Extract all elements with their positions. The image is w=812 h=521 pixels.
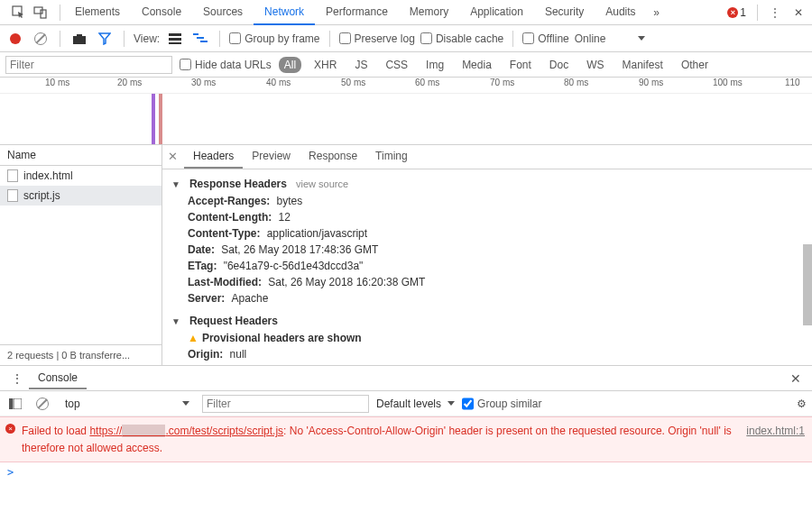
tab-sources[interactable]: Sources	[192, 0, 254, 25]
divider	[219, 31, 220, 47]
response-headers-section[interactable]: ▼ Response Headers view source	[171, 175, 803, 193]
request-row-script[interactable]: script.js	[0, 186, 161, 206]
console-error-message: × index.html:1 Failed to load https://xx…	[0, 416, 812, 462]
header-line: Server: Apache	[171, 290, 803, 306]
error-count-badge[interactable]: × 1	[724, 5, 750, 21]
filter-toggle-icon[interactable]	[95, 29, 115, 49]
console-prompt[interactable]: >	[0, 462, 812, 482]
error-count: 1	[740, 6, 746, 19]
divider	[60, 5, 60, 21]
detail-tab-timing[interactable]: Timing	[366, 145, 417, 169]
filter-js[interactable]: JS	[349, 57, 373, 73]
capture-screenshot-icon[interactable]	[69, 29, 89, 49]
timeline-overview[interactable]: 10 ms 20 ms 30 ms 40 ms 50 ms 60 ms 70 m…	[0, 78, 812, 145]
tab-audits[interactable]: Audits	[595, 0, 646, 25]
tab-memory[interactable]: Memory	[399, 0, 459, 25]
filter-other[interactable]: Other	[676, 57, 714, 73]
tick: 60 ms	[415, 78, 439, 87]
close-drawer-icon[interactable]: ✕	[785, 371, 807, 386]
filter-manifest[interactable]: Manifest	[617, 57, 669, 73]
svg-rect-12	[14, 398, 22, 409]
filter-all[interactable]: All	[279, 57, 301, 73]
filter-font[interactable]: Font	[504, 57, 537, 73]
detail-tab-response[interactable]: Response	[300, 145, 366, 169]
tick: 10 ms	[45, 78, 69, 87]
tick: 90 ms	[639, 78, 663, 87]
console-settings-icon[interactable]: ⚙	[797, 398, 807, 410]
header-line: Date: Sat, 26 May 2018 17:48:36 GMT	[171, 242, 803, 258]
tick: 50 ms	[341, 78, 365, 87]
error-icon: ×	[727, 7, 738, 18]
requests-status: 2 requests | 0 B transferre...	[0, 344, 161, 365]
record-button[interactable]	[5, 29, 25, 49]
divider	[757, 5, 758, 21]
close-detail-icon[interactable]: ✕	[168, 150, 178, 163]
request-row-index[interactable]: index.html	[0, 166, 161, 186]
levels-select[interactable]: Default levels	[376, 398, 455, 410]
tab-console[interactable]: Console	[131, 0, 192, 25]
device-toggle-icon[interactable]	[31, 3, 51, 23]
error-icon: ×	[5, 424, 15, 434]
tick: 20 ms	[117, 78, 142, 87]
tab-network[interactable]: Network	[254, 0, 315, 25]
large-rows-icon[interactable]	[165, 29, 185, 49]
svg-rect-7	[169, 42, 181, 44]
divider	[329, 31, 330, 47]
tick: 80 ms	[564, 78, 588, 87]
inspect-element-icon[interactable]	[9, 3, 29, 23]
offline-checkbox[interactable]: Offline	[522, 32, 568, 45]
request-name: script.js	[23, 189, 60, 202]
waterfall-icon[interactable]	[190, 29, 210, 49]
file-icon	[7, 169, 18, 182]
request-headers-section[interactable]: ▼ Request Headers	[171, 312, 803, 330]
group-similar-checkbox[interactable]: Group similar	[462, 395, 541, 413]
filter-input[interactable]	[5, 56, 172, 74]
svg-rect-4	[77, 34, 82, 37]
preserve-log-checkbox[interactable]: Preserve log	[339, 32, 415, 45]
console-drawer-tab[interactable]: Console	[29, 368, 87, 389]
hide-data-urls-checkbox[interactable]: Hide data URLs	[180, 59, 272, 71]
tab-application[interactable]: Application	[459, 0, 534, 25]
name-column-header[interactable]: Name	[0, 145, 161, 166]
filter-xhr[interactable]: XHR	[309, 57, 342, 73]
drawer-menu-icon[interactable]: ⋮	[5, 371, 29, 386]
header-line: Origin: null	[171, 346, 803, 362]
more-tabs-icon[interactable]: »	[647, 3, 667, 23]
console-sidebar-icon[interactable]	[5, 394, 25, 414]
detail-tab-preview[interactable]: Preview	[243, 145, 300, 169]
group-by-frame-checkbox[interactable]: Group by frame	[229, 32, 319, 45]
console-clear-icon[interactable]	[32, 394, 52, 414]
filter-media[interactable]: Media	[457, 57, 497, 73]
collapse-icon: ▼	[171, 179, 180, 189]
scrollbar-thumb[interactable]	[803, 244, 812, 325]
error-source-link[interactable]: index.html:1	[746, 423, 805, 439]
header-line: Content-Length: 12	[171, 209, 803, 225]
tab-performance[interactable]: Performance	[315, 0, 399, 25]
throttle-caret-icon[interactable]	[638, 36, 645, 41]
filter-img[interactable]: Img	[420, 57, 449, 73]
provisional-warning: ▲Provisional headers are shown	[171, 330, 803, 346]
tab-elements[interactable]: Elements	[64, 0, 131, 25]
context-select[interactable]: top	[60, 396, 195, 412]
close-devtools-icon[interactable]: ✕	[789, 3, 808, 23]
filter-doc[interactable]: Doc	[544, 57, 574, 73]
timeline-marker	[152, 94, 155, 144]
warning-icon: ▲	[188, 332, 198, 344]
filter-css[interactable]: CSS	[380, 57, 413, 73]
devtools-tabs: Elements Console Sources Network Perform…	[64, 0, 647, 25]
view-source-link[interactable]: view source	[296, 178, 348, 189]
disable-cache-checkbox[interactable]: Disable cache	[420, 32, 503, 45]
filter-ws[interactable]: WS	[581, 57, 609, 73]
clear-button[interactable]	[31, 29, 51, 49]
header-line: Content-Type: application/javascript	[171, 225, 803, 242]
svg-rect-5	[169, 33, 181, 36]
file-icon	[7, 189, 18, 202]
throttle-select[interactable]: Online	[575, 32, 606, 45]
tick: 110	[785, 78, 800, 87]
tab-security[interactable]: Security	[534, 0, 595, 25]
detail-tab-headers[interactable]: Headers	[184, 145, 243, 169]
error-url-link[interactable]: https://xxxxxxxx.com/test/scripts/script…	[89, 425, 283, 437]
kebab-menu-icon[interactable]: ⋮	[765, 3, 785, 23]
svg-rect-9	[197, 37, 204, 39]
console-filter-input[interactable]	[202, 395, 369, 413]
